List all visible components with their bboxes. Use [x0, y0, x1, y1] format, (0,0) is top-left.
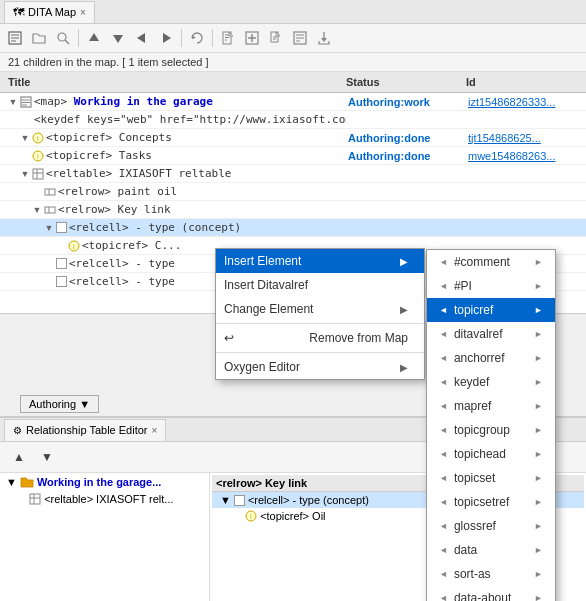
- reltable-tab-label: Relationship Table Editor: [26, 424, 147, 436]
- add-map-button[interactable]: [289, 27, 311, 49]
- tree-cell-id: [466, 209, 586, 211]
- expand-btn[interactable]: [20, 115, 30, 125]
- search-button[interactable]: [52, 27, 74, 49]
- svg-rect-46: [45, 207, 55, 213]
- add-button[interactable]: [241, 27, 263, 49]
- submenu-item-topicsetref[interactable]: ◄ topicsetref ►: [427, 490, 555, 514]
- svg-marker-10: [192, 35, 196, 39]
- list-item[interactable]: ▼ Working in the garage...: [0, 473, 209, 491]
- expand-btn[interactable]: [236, 510, 242, 522]
- expand-btn[interactable]: ▼: [32, 205, 42, 215]
- tree-cell-title: <keydef keys="web" href="http://www.ixia…: [0, 112, 346, 127]
- svg-marker-8: [137, 33, 145, 43]
- menu-item-insert-element[interactable]: Insert Element ▶: [216, 249, 424, 273]
- table-row[interactable]: ▼ <relcell> - type (concept): [0, 219, 586, 237]
- main-toolbar: [0, 24, 586, 53]
- submenu-item-mapref[interactable]: ◄ mapref ►: [427, 394, 555, 418]
- submenu-item-anchorref[interactable]: ◄ anchorref ►: [427, 346, 555, 370]
- move-down-button[interactable]: [107, 27, 129, 49]
- submenu-item-topichead[interactable]: ◄ topichead ►: [427, 442, 555, 466]
- right-arrow: ►: [534, 281, 543, 291]
- tree-cell-id[interactable]: tjt154868625...: [466, 131, 586, 145]
- topic-icon: i: [245, 510, 257, 522]
- svg-marker-6: [89, 33, 99, 41]
- submenu-item-keydef[interactable]: ◄ keydef ►: [427, 370, 555, 394]
- refresh-button[interactable]: [186, 27, 208, 49]
- expand-btn[interactable]: ▼: [8, 97, 18, 107]
- bottom-up-button[interactable]: ▲: [8, 446, 30, 468]
- submenu-item-comment[interactable]: ◄ #comment ►: [427, 250, 555, 274]
- table-row[interactable]: <relrow> paint oil: [0, 183, 586, 201]
- tree-cell-id[interactable]: izt15486826333...: [466, 95, 586, 109]
- menu-item-oxygen-editor[interactable]: Oxygen Editor ▶: [216, 355, 424, 379]
- expand-btn[interactable]: ▼: [20, 169, 30, 179]
- tree-cell-status: Authoring:done: [346, 131, 466, 145]
- new-map-button[interactable]: [4, 27, 26, 49]
- tree-cell-id[interactable]: mwe154868263...: [466, 149, 586, 163]
- authoring-dropdown[interactable]: Authoring ▼: [20, 395, 99, 413]
- submenu-item-topicgroup[interactable]: ◄ topicgroup ►: [427, 418, 555, 442]
- table-row[interactable]: ▼ <reltable> IXIASOFT reltable: [0, 165, 586, 183]
- reltable-tab-close[interactable]: ×: [151, 425, 157, 436]
- menu-item-insert-ditavalref[interactable]: Insert Ditavalref: [216, 273, 424, 297]
- dita-map-tab-close[interactable]: ×: [80, 7, 86, 18]
- tree-cell-text: <reltable> IXIASOFT reltable: [46, 167, 231, 180]
- col-status: Status: [342, 74, 462, 90]
- tree-cell-status: [346, 245, 466, 247]
- tree-cell-id: [466, 119, 586, 121]
- expand-btn[interactable]: [44, 259, 54, 269]
- open-button[interactable]: [28, 27, 50, 49]
- col-id: Id: [462, 74, 582, 90]
- move-up-button[interactable]: [83, 27, 105, 49]
- submenu-item-label: anchorref: [454, 351, 505, 365]
- menu-separator: [216, 352, 424, 353]
- menu-item-remove-from-map[interactable]: ↩ Remove from Map: [216, 326, 424, 350]
- table-row[interactable]: ▼ i <topicref> Concepts Authoring:done t…: [0, 129, 586, 147]
- tree-cell-status: [346, 191, 466, 193]
- doc-button[interactable]: [217, 27, 239, 49]
- expand-btn[interactable]: ▼: [220, 494, 231, 506]
- right-arrow: ►: [534, 449, 543, 459]
- table-row[interactable]: ▼ <relrow> Key link: [0, 201, 586, 219]
- submenu-item-ditavalref[interactable]: ◄ ditavalref ►: [427, 322, 555, 346]
- bottom-down-button[interactable]: ▼: [36, 446, 58, 468]
- submenu-item-glossref[interactable]: ◄ glossref ►: [427, 514, 555, 538]
- reltable-editor-tab[interactable]: ⚙ Relationship Table Editor ×: [4, 419, 166, 441]
- submenu-item-topicref[interactable]: ◄ topicref ►: [427, 298, 555, 322]
- expand-btn[interactable]: [56, 241, 66, 251]
- submenu-item-data[interactable]: ◄ data ►: [427, 538, 555, 562]
- table-row[interactable]: ▼ <map> Working in the garage Authoring:…: [0, 93, 586, 111]
- relrow-header-text: <relrow> Key link: [216, 477, 307, 489]
- submenu-item-topicset[interactable]: ◄ topicset ►: [427, 466, 555, 490]
- checkbox-icon: [56, 276, 67, 287]
- add-topic-button[interactable]: [265, 27, 287, 49]
- submenu-arrow: ▶: [400, 304, 408, 315]
- tree-cell-text: <relcell> - type (concept): [69, 221, 241, 234]
- submenu-item-sort-as[interactable]: ◄ sort-as ►: [427, 562, 555, 586]
- move-left-button[interactable]: [131, 27, 153, 49]
- move-right-button[interactable]: [155, 27, 177, 49]
- tree-cell-text: <relcell> - type: [69, 275, 175, 288]
- expand-btn[interactable]: [44, 277, 54, 287]
- list-item[interactable]: <reltable> IXIASOFT relt...: [0, 491, 209, 507]
- submenu-item-pi[interactable]: ◄ #PI ►: [427, 274, 555, 298]
- expand-btn[interactable]: [20, 151, 30, 161]
- table-row[interactable]: i <topicref> Tasks Authoring:done mwe154…: [0, 147, 586, 165]
- export-button[interactable]: [313, 27, 335, 49]
- expand-btn[interactable]: [32, 187, 42, 197]
- submenu-item-label: sort-as: [454, 567, 491, 581]
- right-arrow: ►: [534, 305, 543, 315]
- table-row[interactable]: <keydef keys="web" href="http://www.ixia…: [0, 111, 586, 129]
- authoring-badge-text: Authoring ▼: [29, 398, 90, 410]
- expand-btn[interactable]: [20, 493, 26, 505]
- left-arrow: ◄: [439, 329, 448, 339]
- dita-map-tab[interactable]: 🗺 DITA Map ×: [4, 1, 95, 23]
- submenu-arrow: ▶: [400, 362, 408, 373]
- expand-btn[interactable]: ▼: [20, 133, 30, 143]
- submenu-item-data-about[interactable]: ◄ data-about ►: [427, 586, 555, 601]
- menu-item-change-element[interactable]: Change Element ▶: [216, 297, 424, 321]
- expand-btn[interactable]: ▼: [44, 223, 54, 233]
- col-title: Title: [4, 74, 342, 90]
- svg-text:i: i: [73, 242, 75, 251]
- expand-btn[interactable]: ▼: [2, 476, 17, 488]
